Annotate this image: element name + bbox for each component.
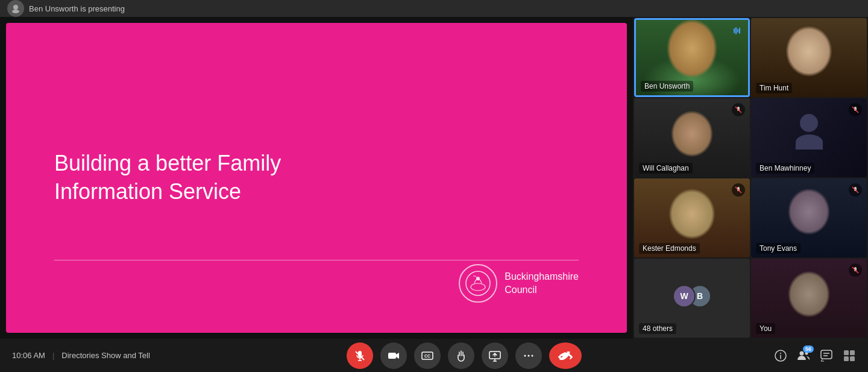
slide-content: Building a better Family Information Ser… — [6, 23, 627, 333]
participant-panel: Ben Unsworth Tim Hunt Will Callaghan — [633, 17, 868, 339]
slide-divider — [54, 260, 579, 260]
svg-point-23 — [532, 355, 533, 356]
participant-tile-will-callaghan[interactable]: Will Callaghan — [634, 98, 750, 177]
slide-area: Building a better Family Information Ser… — [0, 17, 633, 339]
svg-rect-33 — [850, 350, 855, 355]
participant-name-kester-edmonds: Kester Edmonds — [639, 243, 700, 254]
participant-name-ben-unsworth: Ben Unsworth — [641, 81, 693, 92]
participant-tile-you[interactable]: You — [751, 259, 867, 338]
mute-icon-you — [849, 263, 862, 277]
mute-icon-kester-edmonds — [732, 183, 745, 197]
mute-icon-ben-mawhinney — [849, 103, 862, 116]
svg-point-0 — [13, 5, 18, 10]
participant-name-tony-evans: Tony Evans — [756, 243, 800, 254]
svg-point-27 — [800, 351, 804, 355]
participant-tile-tony-evans[interactable]: Tony Evans — [751, 178, 867, 257]
participant-tile-48-others[interactable]: W B 48 others — [634, 259, 750, 338]
svg-point-25 — [780, 353, 781, 354]
participant-tile-kester-edmonds[interactable]: Kester Edmonds — [634, 178, 750, 257]
slide-logo-icon — [459, 264, 497, 303]
svg-point-22 — [528, 355, 530, 356]
mute-icon-tony-evans — [849, 183, 862, 197]
slide-logo-text: BuckinghamshireCouncil — [505, 270, 579, 297]
camera-button[interactable] — [380, 342, 407, 369]
activities-button[interactable] — [843, 349, 856, 362]
meeting-time: 10:06 AM — [12, 351, 45, 360]
chat-button[interactable] — [820, 349, 833, 362]
svg-rect-32 — [844, 350, 849, 355]
share-screen-button[interactable] — [482, 342, 508, 369]
svg-rect-17 — [388, 353, 396, 359]
svg-point-3 — [471, 283, 485, 291]
raise-hand-button[interactable] — [448, 342, 474, 369]
presenter-avatar — [7, 0, 24, 17]
bottom-left: 10:06 AM | Directories Show and Tell — [12, 351, 193, 360]
slide-title: Building a better Family Information Ser… — [54, 150, 356, 206]
captions-button[interactable]: CC — [414, 342, 441, 369]
bottom-right-controls: 56 — [735, 349, 856, 362]
participant-name-48-others: 48 others — [639, 323, 676, 334]
participant-tile-ben-unsworth[interactable]: Ben Unsworth — [634, 18, 750, 97]
bottom-toolbar: 10:06 AM | Directories Show and Tell — [0, 339, 868, 372]
participants-badge: 56 — [803, 345, 814, 353]
svg-point-1 — [12, 10, 19, 13]
participant-name-ben-mawhinney: Ben Mawhinney — [756, 163, 814, 174]
presenter-text: Ben Unsworth is presenting — [29, 4, 125, 13]
participants-button[interactable]: 56 — [797, 349, 810, 362]
svg-point-21 — [524, 355, 526, 356]
svg-rect-5 — [734, 28, 735, 33]
mute-button[interactable] — [347, 342, 373, 369]
svg-rect-34 — [844, 356, 849, 361]
slide-logo: BuckinghamshireCouncil — [459, 264, 579, 303]
svg-rect-7 — [737, 29, 738, 33]
audio-active-icon-ben-unsworth — [731, 25, 743, 40]
svg-rect-8 — [739, 28, 740, 34]
participant-tile-tim-hunt[interactable]: Tim Hunt — [751, 18, 867, 97]
participant-name-tim-hunt: Tim Hunt — [756, 83, 792, 93]
main-area: Building a better Family Information Ser… — [0, 17, 868, 339]
participant-name-you: You — [756, 323, 775, 334]
separator: | — [52, 351, 54, 360]
more-options-button[interactable] — [515, 342, 542, 369]
svg-rect-6 — [735, 27, 737, 34]
participant-tile-ben-mawhinney[interactable]: Ben Mawhinney — [751, 98, 867, 177]
svg-rect-29 — [821, 350, 832, 359]
end-call-button[interactable] — [549, 342, 582, 369]
participant-name-will-callaghan: Will Callaghan — [639, 163, 693, 174]
mute-icon-will-callaghan — [732, 103, 745, 116]
meeting-name: Directories Show and Tell — [61, 351, 149, 360]
info-button[interactable] — [774, 349, 787, 362]
bottom-center-controls: CC — [193, 342, 735, 369]
top-bar: Ben Unsworth is presenting — [0, 0, 868, 17]
svg-text:CC: CC — [424, 354, 430, 358]
svg-rect-35 — [850, 356, 855, 361]
